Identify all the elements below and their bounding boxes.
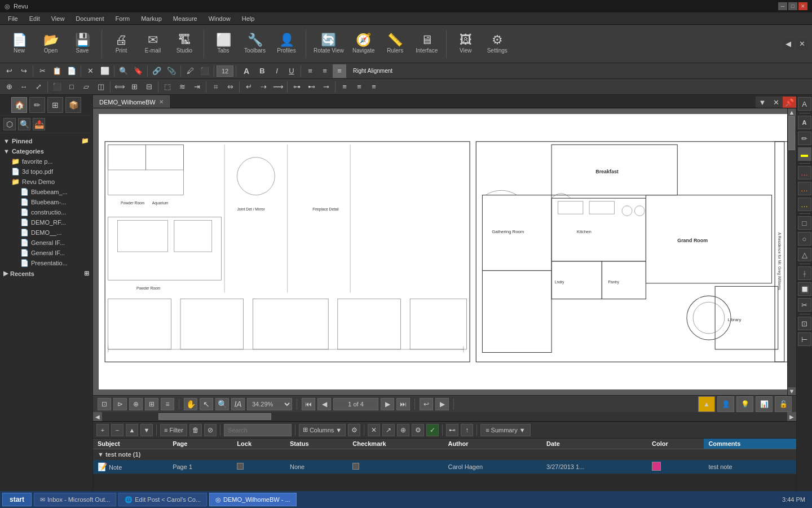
sidebar-item-bluebeam2[interactable]: 📄 Bluebeam-... (0, 197, 92, 207)
annotation-row[interactable]: 📝 Note Page 1 None Carol Hagen 3/27/2013… (93, 460, 796, 474)
sidebar-item-revudemo[interactable]: 📁 Revu Demo (0, 177, 92, 187)
col-author[interactable]: Author (443, 439, 542, 449)
checkmark-checkbox[interactable] (352, 463, 359, 470)
categories-header[interactable]: ▼ Categories (0, 146, 92, 156)
align-right-btn[interactable]: ≡ (333, 64, 346, 78)
rt-btn-2[interactable]: A (798, 116, 811, 129)
tool4-btn[interactable]: ⬛ (50, 80, 64, 94)
color-swatch[interactable] (652, 462, 661, 471)
sidebar-box-btn[interactable]: 📦 (65, 97, 81, 113)
tool5-btn[interactable]: □ (65, 80, 78, 94)
remove-annotation-btn[interactable]: − (111, 424, 123, 436)
check-ann-btn[interactable]: ✓ (426, 424, 439, 436)
view-button[interactable]: 🖼 View (451, 28, 480, 60)
taskbar-item-revu[interactable]: ◎ DEMO_WilhomeBW - ... (209, 493, 297, 506)
rt-btn-12[interactable]: ✂ (798, 298, 811, 312)
col-comments[interactable]: Comments (704, 439, 796, 449)
settings-ann-btn[interactable]: ⚙ (348, 424, 360, 436)
nav-tool3[interactable]: ⊕ (129, 398, 143, 410)
rt-btn-11[interactable]: 🔲 (798, 282, 811, 296)
rt-btn-6[interactable]: … (798, 198, 811, 211)
document-tab[interactable]: DEMO_WilhomeBW ✕ (93, 95, 170, 108)
rulers-button[interactable]: 📏 Rulers (381, 28, 410, 60)
menu-help[interactable]: Help (236, 14, 261, 23)
scroll-up-arrow[interactable]: ▲ (788, 108, 796, 116)
profiles-button[interactable]: 👤 Profiles (272, 28, 301, 60)
select-btn[interactable]: ⬜ (98, 64, 112, 78)
lock-nav-btn[interactable]: 🔓 (775, 396, 792, 412)
clear-ann-btn[interactable]: ⊘ (204, 424, 217, 436)
menu-form[interactable]: Form (110, 14, 136, 23)
select-tool[interactable]: ↖ (200, 398, 213, 410)
markup-btn[interactable]: 🖊 (183, 64, 197, 78)
filter-btn[interactable]: ≡ Filter (160, 424, 187, 436)
summary-button[interactable]: ≡ Summary ▼ (480, 424, 530, 436)
next-page-btn[interactable]: ▶ (381, 398, 394, 410)
columns-btn[interactable]: ⊞ Columns ▼ (299, 424, 346, 436)
tab-close-icon[interactable]: ✕ (159, 99, 164, 105)
email-button[interactable]: ✉ E-mail (138, 28, 167, 60)
menu-view[interactable]: View (46, 14, 70, 23)
present-btn[interactable]: 📊 (756, 396, 773, 412)
nav-tool4[interactable]: ⊞ (145, 398, 158, 410)
interface-button[interactable]: 🖥 Interface (412, 28, 442, 60)
flatten-btn[interactable]: ⬛ (198, 64, 211, 78)
annotation-search[interactable] (224, 424, 292, 436)
new-button[interactable]: 📄 New (5, 28, 34, 60)
sidebar-grid-btn[interactable]: ⊞ (47, 97, 63, 113)
studio-button[interactable]: 🏗 Studio (170, 28, 199, 60)
gear-ann-btn[interactable]: ⚙ (412, 424, 424, 436)
col-subject[interactable]: Subject (93, 439, 168, 449)
tool18-btn[interactable]: ⟿ (271, 80, 285, 94)
start-button[interactable]: start (2, 493, 32, 506)
nav-tool1[interactable]: ⊡ (98, 398, 111, 410)
search-btn[interactable]: 🔍 (117, 64, 130, 78)
undo-btn[interactable]: ↩ (2, 64, 16, 78)
prev-page-btn[interactable]: ◀ (317, 398, 331, 410)
underline-btn[interactable]: U (285, 64, 298, 78)
nav-tool5[interactable]: ≡ (161, 398, 174, 410)
print-button[interactable]: 🖨 Print (107, 28, 136, 60)
taskbar-item-outlook[interactable]: ✉ Inbox - Microsoft Out... (34, 493, 116, 506)
first-page-btn[interactable]: ⏮ (302, 398, 315, 410)
col-checkmark[interactable]: Checkmark (348, 439, 443, 449)
sidebar-item-construction[interactable]: 📄 constructio... (0, 207, 92, 217)
rt-btn-14[interactable]: ⊢ (798, 332, 811, 346)
sidebar-panel-btn3[interactable]: 📤 (33, 118, 45, 130)
tool6-btn[interactable]: ▱ (80, 80, 93, 94)
delete2-ann-btn[interactable]: ✕ (368, 424, 380, 436)
sidebar-panel-btn2[interactable]: 🔍 (18, 118, 30, 130)
tool2-btn[interactable]: ↔ (17, 80, 30, 94)
rt-btn-4[interactable]: … (798, 166, 811, 179)
document-area[interactable]: Powder Room Aquarium Joint Det / Mirror … (93, 108, 796, 395)
tool15-btn[interactable]: ⇔ (223, 80, 237, 94)
open-button[interactable]: 📂 Open (36, 28, 65, 60)
zoom-selector[interactable]: 34.29% 25% 50% 75% 100% (247, 398, 292, 410)
tool3-btn[interactable]: ⤢ (32, 80, 45, 94)
tool17-btn[interactable]: ⇢ (257, 80, 270, 94)
link-btn[interactable]: 🔗 (150, 64, 164, 78)
menu-window[interactable]: Window (203, 14, 236, 23)
toolbars-button[interactable]: 🔧 Toolbars (240, 28, 270, 60)
attach-btn[interactable]: 📎 (165, 64, 178, 78)
tool1-btn[interactable]: ⊕ (2, 80, 16, 94)
copy-btn[interactable]: 📋 (50, 64, 64, 78)
minimize-btn[interactable]: ─ (778, 2, 787, 10)
menu-document[interactable]: Document (70, 14, 109, 23)
col-color[interactable]: Color (647, 439, 704, 449)
rt-btn-highlight[interactable]: ▬ (798, 147, 811, 161)
last-page-btn[interactable]: ⏭ (396, 398, 410, 410)
lock-checkbox[interactable] (237, 463, 244, 470)
rt-btn-7[interactable]: □ (798, 216, 811, 230)
maximize-btn[interactable]: □ (788, 2, 797, 10)
nav-tool2[interactable]: ⊳ (113, 398, 127, 410)
sidebar-item-demorf[interactable]: 📄 DEMO_RF... (0, 217, 92, 227)
up-annotation-btn[interactable]: ▲ (126, 424, 138, 436)
tool7-btn[interactable]: ◫ (94, 80, 108, 94)
tool16-btn[interactable]: ↵ (242, 80, 255, 94)
tool14-btn[interactable]: ⌗ (209, 80, 222, 94)
align-left-btn[interactable]: ≡ (303, 64, 317, 78)
font-size-input[interactable] (217, 65, 233, 77)
scroll-thumb-v[interactable] (788, 116, 795, 150)
bookmark-btn[interactable]: ▲ (698, 396, 715, 412)
